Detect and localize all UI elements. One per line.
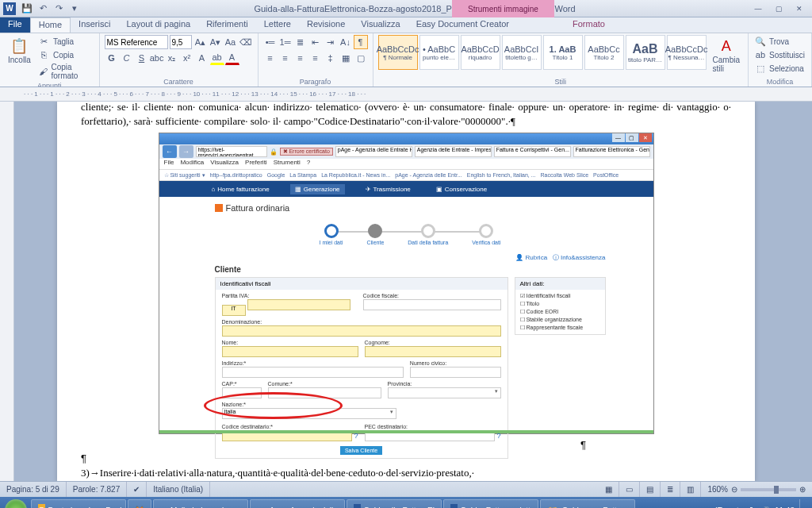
replace-button[interactable]: abSostituisci xyxy=(753,48,806,61)
contextual-tab-label: Strumenti immagine xyxy=(452,0,554,17)
shading-button[interactable]: ▦ xyxy=(339,51,353,65)
view-fullscreen-button[interactable]: ▭ xyxy=(619,482,640,497)
tab-layout[interactable]: Layout di pagina xyxy=(118,17,198,33)
borders-button[interactable]: ▢ xyxy=(354,51,368,65)
tab-formato[interactable]: Formato xyxy=(565,17,613,33)
ie-menu-help: ? xyxy=(307,159,310,169)
status-page[interactable]: Pagina: 5 di 29 xyxy=(0,482,67,497)
task-ie[interactable]: epAge - Agenzia delle... xyxy=(250,499,345,508)
bullets-button[interactable]: •═ xyxy=(263,35,278,49)
tab-file[interactable]: File xyxy=(0,17,30,33)
copy-button[interactable]: ⎘Copia xyxy=(37,48,94,61)
align-right-button[interactable]: ≡ xyxy=(293,51,308,65)
cut-label: Taglia xyxy=(53,37,74,46)
word-icon-2: W xyxy=(450,504,458,508)
step-3: Dati della fattura xyxy=(408,224,448,245)
style-titolo1[interactable]: 1. AaBTitolo 1 xyxy=(543,35,583,70)
clear-format-button[interactable]: ⌫ xyxy=(239,35,253,49)
underline-button[interactable]: S xyxy=(135,51,149,65)
qat-undo-icon[interactable]: ↶ xyxy=(36,2,49,15)
grow-font-button[interactable]: A▴ xyxy=(193,35,208,49)
horizontal-ruler[interactable]: · · · 1 · · · 1 · · · 2 · · · 3 · · · 4 … xyxy=(0,87,812,102)
status-proofing-icon[interactable]: ✔ xyxy=(127,482,147,497)
task-word-1[interactable]: WGuida-alla-FatturaEle... xyxy=(347,499,442,508)
qat-save-icon[interactable]: 💾 xyxy=(21,2,33,15)
show-desktop-button[interactable] xyxy=(799,499,806,508)
justify-button[interactable]: ≡ xyxy=(308,51,323,65)
strike-button[interactable]: abc xyxy=(150,51,164,65)
vertical-ruler[interactable] xyxy=(0,102,14,481)
tab-lettere[interactable]: Lettere xyxy=(256,17,299,33)
select-button[interactable]: ⬚Seleziona xyxy=(753,62,806,75)
view-web-button[interactable]: ▤ xyxy=(640,482,661,497)
close-button[interactable]: ✕ xyxy=(790,3,809,14)
zoom-in-button[interactable]: ⊕ xyxy=(799,485,806,494)
chk-titolo: Titolo xyxy=(520,300,600,308)
style-punto-ele[interactable]: • AaBbCpunto ele… xyxy=(419,35,459,70)
tab-riferimenti[interactable]: Riferimenti xyxy=(198,17,256,33)
line-spacing-button[interactable]: ‡ xyxy=(324,51,338,65)
minimize-button[interactable]: — xyxy=(749,3,768,14)
text-effects-button[interactable]: A xyxy=(195,51,209,65)
view-draft-button[interactable]: ▥ xyxy=(680,482,701,497)
fav-4: La Repubblica.it - News in... xyxy=(321,172,390,178)
style-titolo-par[interactable]: AaBtitolo PAR… xyxy=(626,35,665,70)
style-titolo2[interactable]: AaBbCcTitolo 2 xyxy=(584,35,624,70)
tab-revisione[interactable]: Revisione xyxy=(299,17,353,33)
fav-5: pAge - Agenzia delle Entr... xyxy=(395,172,462,178)
document-page[interactable]: cliente;· se· il· cliente· non· comunica… xyxy=(57,102,755,481)
tab-home[interactable]: Home xyxy=(30,17,71,33)
align-center-button[interactable]: ≡ xyxy=(278,51,293,65)
italic-button[interactable]: C xyxy=(120,51,134,65)
indent-button[interactable]: ⇥ xyxy=(324,35,338,49)
ie-tab-2: Agenzia delle Entrate - Impres... xyxy=(415,146,492,157)
font-color-button[interactable]: A xyxy=(225,51,239,65)
style-normale[interactable]: AaBbCcDc¶ Normale xyxy=(378,35,418,70)
style-riquadro[interactable]: AaBbCcDriquadro xyxy=(461,35,500,70)
font-name-combo[interactable] xyxy=(105,35,168,49)
tab-inserisci[interactable]: Inserisci xyxy=(71,17,118,33)
align-left-button[interactable]: ≡ xyxy=(263,51,278,65)
style-titoletto[interactable]: AaBbCcItitoletto g… xyxy=(502,35,542,70)
zoom-value[interactable]: 160% xyxy=(707,485,728,494)
maximize-button[interactable]: ▢ xyxy=(769,3,788,14)
tab-visualizza[interactable]: Visualizza xyxy=(353,17,408,33)
cut-button[interactable]: ✂Taglia xyxy=(37,35,94,48)
embedded-image[interactable]: — ▢ ✕ ← → https://ivel-mservizi.agenziae… xyxy=(159,133,654,434)
outdent-button[interactable]: ⇤ xyxy=(308,35,323,49)
ie-cert-error: ✖ Errore certificato xyxy=(280,148,333,156)
status-language[interactable]: Italiano (Italia) xyxy=(147,482,210,497)
view-print-layout-button[interactable]: ▦ xyxy=(599,482,619,497)
qat-redo-icon[interactable]: ↷ xyxy=(52,2,65,15)
paste-button[interactable]: 📋 Incolla xyxy=(5,35,34,66)
bold-button[interactable]: G xyxy=(105,51,119,65)
tab-easy[interactable]: Easy Document Creator xyxy=(408,17,517,33)
view-outline-button[interactable]: ≣ xyxy=(661,482,680,497)
task-folder[interactable]: 📁Guida su e-Fattura xyxy=(540,499,635,508)
show-marks-button[interactable]: ¶ xyxy=(354,35,368,49)
numbering-button[interactable]: 1═ xyxy=(278,35,293,49)
task-outlook[interactable]: OPosta in arrivo - Paol... xyxy=(31,499,126,508)
zoom-slider[interactable] xyxy=(741,488,796,491)
zoom-out-button[interactable]: ⊖ xyxy=(731,485,737,494)
style-nessuna[interactable]: AaBbCcDc¶ Nessuna… xyxy=(667,35,707,70)
subscript-button[interactable]: x₂ xyxy=(165,51,179,65)
ie-tab-1: pAge - Agenzia delle Entrate H... xyxy=(335,146,412,157)
status-words[interactable]: Parole: 7.827 xyxy=(67,482,128,497)
start-button[interactable] xyxy=(2,498,30,508)
superscript-button[interactable]: x² xyxy=(180,51,194,65)
sort-button[interactable]: A↓ xyxy=(339,35,353,49)
shrink-font-button[interactable]: A▾ xyxy=(209,35,223,49)
task-firefox[interactable]: 🦊 xyxy=(128,499,151,508)
multilevel-button[interactable]: ≣ xyxy=(293,35,308,49)
qat-dropdown-icon[interactable]: ▾ xyxy=(68,2,81,15)
highlight-button[interactable]: ab xyxy=(210,51,224,65)
task-word-2[interactable]: WGuida_Fatture_elettr... xyxy=(443,499,538,508)
font-size-combo[interactable] xyxy=(170,35,192,49)
format-painter-button[interactable]: 🖌Copia formato xyxy=(37,62,94,81)
change-case-button[interactable]: Aa xyxy=(224,35,238,49)
input-denom xyxy=(222,325,501,337)
change-styles-button[interactable]: A Cambia stili xyxy=(710,35,743,75)
task-mail[interactable]: ✉Mail - hai nuovi mes... xyxy=(153,499,248,508)
find-button[interactable]: 🔍Trova xyxy=(753,35,806,48)
